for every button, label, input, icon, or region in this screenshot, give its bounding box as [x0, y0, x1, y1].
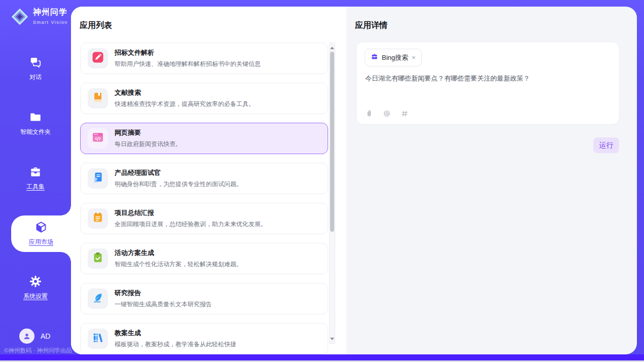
scrollbar-thumb[interactable]	[330, 52, 334, 232]
sidebar-item-app-market[interactable]: 应用市场	[11, 215, 71, 252]
sidebar-item-label: 系统设置	[0, 292, 71, 301]
app-card[interactable]: 研究报告一键智能生成高质量长文本研究报告	[80, 283, 328, 314]
app-card[interactable]: 招标文件解析帮助用户快速、准确地理解和解析招标书中的关键信息	[80, 43, 328, 74]
app-card-description: 全面回顾项目进展，总结经验教训，助力未来优化发展。	[115, 220, 267, 229]
app-icon-tile	[88, 208, 108, 229]
app-card[interactable]: 网页摘要每日政府新闻资讯快查。	[80, 123, 328, 154]
books-icon	[92, 332, 104, 346]
app-icon-tile	[88, 168, 108, 189]
brand-name: 神州问学	[33, 8, 68, 17]
app-list-panel: 应用列表 招标文件解析帮助用户快速、准确地理解和解析招标书中的关键信息文献搜索快…	[71, 7, 346, 354]
sidebar-item-toolset[interactable]: 工具集	[0, 165, 71, 199]
sidebar-item-label: 应用市场	[11, 238, 71, 246]
gear-icon	[29, 281, 42, 289]
paperclip-icon[interactable]	[365, 110, 373, 118]
at-icon[interactable]	[383, 110, 391, 118]
tool-chip-label: Bing搜索	[382, 53, 408, 62]
app-card-title: 网页摘要	[115, 128, 182, 137]
sidebar-item-label: 对话	[0, 73, 71, 82]
app-card-description: 每日政府新闻资讯快查。	[115, 140, 182, 149]
close-icon[interactable]: ×	[412, 54, 416, 61]
app-card-description: 明确身份和职责，为您提供专业性的面试问题。	[115, 180, 242, 189]
notepad-icon	[92, 211, 104, 226]
app-card[interactable]: 文献搜索快速精准查找学术资源，提高研究效率的必备工具。	[80, 83, 328, 114]
hash-icon[interactable]	[401, 110, 409, 118]
interview-icon	[92, 171, 104, 186]
app-icon-tile	[88, 288, 108, 309]
app-icon-tile	[88, 329, 108, 349]
edit-icon	[92, 51, 104, 65]
diamond-logo-icon	[10, 7, 29, 26]
prompt-input[interactable]: Bing搜索 × 今日湖北有哪些新闻要点？有哪些需要关注的最新政策？	[356, 42, 620, 125]
app-card-title: 招标文件解析	[115, 48, 261, 57]
app-card[interactable]: 教案生成模板驱动，教案秒成，教学准备从此轻松快捷	[80, 323, 328, 354]
app-card-description: 帮助用户快速、准确地理解和解析招标书中的关键信息	[115, 60, 261, 68]
app-card-title: 教案生成	[115, 329, 236, 338]
app-card-title: 活动方案生成	[115, 248, 242, 258]
scroll-down-icon[interactable]	[330, 335, 335, 342]
app-card-description: 模板驱动，教案秒成，教学准备从此轻松快捷	[115, 340, 236, 349]
brand-subtitle: Smart Vision	[33, 20, 68, 25]
app-card-description: 一键智能生成高质量长文本研究报告	[115, 300, 212, 309]
brand: 神州问学 Smart Vision	[10, 7, 68, 26]
app-detail-panel: 应用详情 Bing搜索 × 今日湖北有哪些新闻要点？有哪些需要关注的最新政策？ …	[346, 7, 637, 354]
user-initials: AD	[41, 332, 50, 340]
chat-icon	[29, 62, 42, 70]
report-icon	[92, 292, 104, 306]
sidebar-item-label: 智能文件夹	[0, 128, 71, 136]
scrollbar[interactable]	[329, 43, 335, 344]
toolbox-icon	[29, 171, 42, 180]
app-icon-tile	[88, 48, 108, 68]
sidebar-item-label: 工具集	[0, 183, 71, 191]
sidebar-item-smart-folder[interactable]: 智能文件夹	[0, 111, 71, 144]
app-card-description: 智能生成个性化活动方案，轻松解决规划难题。	[115, 260, 242, 269]
run-button[interactable]: 运行	[593, 137, 619, 153]
briefcase-icon	[371, 53, 378, 62]
app-card[interactable]: 产品经理面试官明确身份和职责，为您提供专业性的面试问题。	[80, 163, 328, 194]
app-icon-tile	[88, 128, 108, 149]
app-list-title: 应用列表	[80, 20, 112, 31]
sidebar-item-chat[interactable]: 对话	[0, 56, 71, 89]
app-card-title: 产品经理面试官	[115, 168, 242, 177]
user-account[interactable]: AD	[19, 329, 50, 344]
query-text[interactable]: 今日湖北有哪些新闻要点？有哪些需要关注的最新政策？	[365, 74, 611, 84]
sidebar-item-settings[interactable]: 系统设置	[0, 275, 71, 308]
app-icon-tile	[88, 88, 108, 108]
app-card-title: 文献搜索	[115, 88, 255, 97]
app-card-list: 招标文件解析帮助用户快速、准确地理解和解析招标书中的关键信息文献搜索快速精准查找…	[80, 43, 328, 354]
cube-icon	[34, 227, 48, 235]
app-detail-title: 应用详情	[355, 20, 387, 31]
app-card[interactable]: 项目总结汇报全面回顾项目进展，总结经验教训，助力未来优化发展。	[80, 203, 328, 234]
app-card-title: 项目总结汇报	[115, 208, 267, 218]
clipboard-icon	[92, 251, 104, 266]
sidebar: 神州问学 Smart Vision 对话智能文件夹工具集应用市场系统设置 AD …	[0, 0, 71, 354]
input-toolbar	[365, 110, 409, 118]
bottom-accent-band	[0, 354, 644, 360]
app-window: 神州问学 Smart Vision 对话智能文件夹工具集应用市场系统设置 AD …	[0, 0, 644, 360]
app-card-title: 研究报告	[115, 288, 212, 298]
content-area: 应用列表 招标文件解析帮助用户快速、准确地理解和解析招标书中的关键信息文献搜索快…	[71, 7, 637, 354]
app-icon-tile	[88, 248, 108, 269]
app-card-description: 快速精准查找学术资源，提高研究效率的必备工具。	[115, 100, 255, 108]
tool-chip-bing[interactable]: Bing搜索 ×	[365, 49, 422, 66]
book-icon	[92, 91, 104, 105]
app-card[interactable]: 活动方案生成智能生成个性化活动方案，轻松解决规划难题。	[80, 243, 328, 274]
avatar	[19, 329, 34, 344]
scroll-up-icon[interactable]	[330, 44, 335, 51]
browser-icon	[92, 131, 104, 146]
folder-icon	[29, 117, 42, 125]
sidebar-footer: ©神州数码 · 神州问学出品	[4, 347, 70, 354]
